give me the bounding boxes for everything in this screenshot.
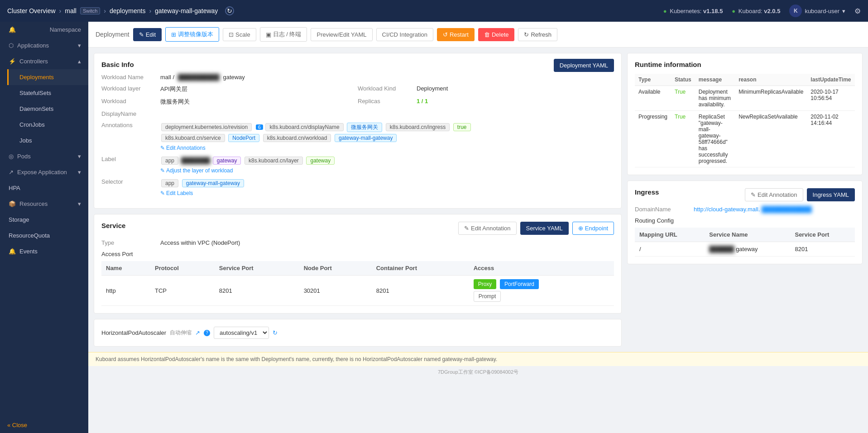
- row-name: http: [101, 276, 150, 306]
- edit-icon: ✎: [139, 31, 144, 38]
- sidebar-item-storage[interactable]: Storage: [0, 212, 88, 228]
- kubernetes-label: Kubernetes:: [670, 8, 701, 14]
- service-yaml-button[interactable]: Service YAML: [520, 222, 569, 235]
- breadcrumb-gateway[interactable]: gateway-mall-gateway: [155, 7, 218, 14]
- logs-button[interactable]: ▣ 日志 / 终端: [260, 27, 307, 42]
- hpa-version-select[interactable]: autoscaling/v1: [214, 327, 269, 339]
- adjust-layer-link[interactable]: ✎ Adjust the layer of workload: [160, 167, 233, 174]
- controllers-icon: ⚡: [9, 58, 16, 65]
- sidebar-close-button[interactable]: « Close: [0, 417, 88, 433]
- col-service-port: Service Port: [215, 261, 299, 276]
- user-area[interactable]: K kuboard-user ▾: [789, 5, 845, 17]
- restart-button[interactable]: ↺ Restart: [437, 28, 475, 41]
- applications-label: Applications: [17, 42, 49, 49]
- sidebar-item-hpa[interactable]: HPA: [0, 180, 88, 196]
- sidebar-item-applications[interactable]: ⬡ Applications ▾: [0, 38, 88, 53]
- namespace-icon: 🔔: [9, 26, 16, 33]
- ingress-yaml-button[interactable]: Ingress YAML: [807, 188, 855, 201]
- label-layer-val: gateway: [306, 157, 335, 165]
- ingress-edit-icon: ✎: [751, 191, 756, 198]
- sidebar-item-pods[interactable]: ◎ Pods ▾: [0, 148, 88, 164]
- hpa-refresh-icon[interactable]: ↻: [273, 329, 278, 336]
- annotations-row: Annotations deployment.kubernetes.io/rev…: [101, 122, 614, 151]
- rt-col-reason: reason: [735, 74, 807, 86]
- scale-button[interactable]: ⊡ Scale: [223, 28, 256, 41]
- service-edit-annotation-button[interactable]: ✎ Edit Annotation: [458, 222, 516, 235]
- annotation-tag-workload-key: k8s.kuboard.cn/workload: [263, 134, 331, 142]
- row-container-port: 8201: [372, 276, 469, 306]
- kuboard-status-dot: ●: [732, 8, 735, 14]
- footer-note: Kuboard assumes HorizontalPodAutoscaler'…: [88, 352, 868, 366]
- delete-button[interactable]: 🗑 Delete: [478, 28, 515, 41]
- controllers-chevron-icon: ▴: [78, 58, 81, 65]
- jobs-label: Jobs: [19, 137, 32, 144]
- adjust-icon: ✎: [160, 167, 165, 174]
- kubernetes-version: v1.18.5: [703, 8, 723, 14]
- sidebar-item-cronjobs[interactable]: CronJobs: [7, 117, 88, 133]
- ingress-title: Ingress: [635, 188, 659, 196]
- rt-row2-time: 2020-11-02 14:16:44: [807, 111, 855, 167]
- refresh-icon: ↻: [524, 31, 529, 38]
- rt-col-time: lastUpdateTime: [807, 74, 855, 86]
- basic-info-title: Basic Info: [101, 61, 614, 68]
- endpoint-button[interactable]: ⊕ Endpoint: [572, 222, 614, 235]
- runtime-info-card: Runtime information Type Status message …: [627, 53, 863, 175]
- sidebar-item-expose-application[interactable]: ↗ Expose Application ▾: [0, 164, 88, 180]
- hpa-help-icon[interactable]: ?: [204, 330, 210, 336]
- applications-icon: ⬡: [9, 42, 14, 49]
- settings-gear-icon[interactable]: ⚙: [854, 7, 861, 15]
- sidebar-item-resources[interactable]: 📦 Resources ▾: [0, 196, 88, 212]
- runtime-info-title: Runtime information: [635, 61, 855, 68]
- left-column: Deployment YAML Basic Info Workload Name…: [94, 53, 622, 347]
- sidebar-item-statefulsets[interactable]: StatefulSets: [7, 85, 88, 101]
- display-name-row: DisplayName: [101, 110, 614, 117]
- sidebar-item-daemonsets[interactable]: DaemonSets: [7, 101, 88, 117]
- rt-col-message: message: [695, 74, 735, 86]
- sidebar-item-deployments[interactable]: Deployments: [7, 69, 88, 85]
- proxy-button[interactable]: Proxy: [474, 279, 497, 289]
- edit-button[interactable]: ✎ Edit: [133, 28, 162, 41]
- breadcrumb-deployments[interactable]: deployments: [110, 7, 145, 14]
- pods-label: Pods: [17, 153, 31, 160]
- preview-yaml-button[interactable]: Preview/Edit YAML: [311, 28, 372, 41]
- hpa-external-link-icon[interactable]: ↗: [195, 329, 200, 336]
- storage-label: Storage: [9, 216, 29, 223]
- col-service-name: Service Name: [705, 228, 790, 242]
- service-title: Service: [101, 222, 125, 229]
- cronjobs-label: CronJobs: [19, 121, 45, 128]
- breadcrumb-namespace[interactable]: mall: [65, 7, 77, 14]
- workload-name-row: Workload Name mall / ██████████ gateway: [101, 74, 614, 81]
- rt-row2-type: Progressing: [635, 111, 671, 167]
- portforward-button[interactable]: PortForward: [500, 279, 539, 289]
- edit-annotations-link[interactable]: ✎ Edit Annotations: [160, 145, 206, 151]
- ingress-edit-annotation-button[interactable]: ✎ Edit Annotation: [745, 188, 803, 201]
- sidebar-item-jobs[interactable]: Jobs: [7, 133, 88, 148]
- service-type-row: Type Access within VPC (NodePort): [101, 239, 614, 246]
- breadcrumb-cluster[interactable]: Cluster Overview: [7, 7, 56, 14]
- image-button[interactable]: ⊞ 调整镜像版本: [165, 27, 219, 42]
- cicd-button[interactable]: CI/CD Integration: [376, 28, 433, 41]
- main-content: Deployment ✎ Edit ⊞ 调整镜像版本 ⊡ Scale ▣ 日志 …: [88, 22, 868, 433]
- rt-col-type: Type: [635, 74, 671, 86]
- table-row: Progressing True ReplicaSet "gateway-mal…: [635, 111, 855, 167]
- selector-row: Selector app gateway-mall-gateway ✎ Edit…: [101, 178, 614, 196]
- prompt-button[interactable]: Prompt: [474, 291, 501, 302]
- sidebar-item-resource-quota[interactable]: ResourceQuota: [0, 228, 88, 243]
- service-header: Service ✎ Edit Annotation Service YAML ⊕…: [101, 222, 614, 235]
- sidebar-item-namespace[interactable]: 🔔 Namespace: [0, 22, 88, 38]
- col-node-port: Node Port: [299, 261, 372, 276]
- col-access: Access: [469, 261, 614, 276]
- sidebar-item-controllers[interactable]: ⚡ Controllers ▴: [0, 53, 88, 69]
- deployment-yaml-button[interactable]: Deployment YAML: [554, 59, 614, 72]
- edit-labels-link[interactable]: ✎ Edit Labels: [160, 190, 193, 196]
- hpa-section-label: HorizontalPodAutoscaler: [101, 329, 166, 336]
- sidebar-item-events[interactable]: 🔔 Events: [0, 243, 88, 259]
- row-mapping-url: /: [635, 242, 705, 257]
- rt-row2-message: ReplicaSet "gateway-mall-gateway-58ff746…: [695, 111, 735, 167]
- resources-label: Resources: [19, 200, 48, 207]
- switch-button[interactable]: Switch: [80, 7, 100, 14]
- user-chevron-icon: ▾: [842, 8, 845, 14]
- spinning-refresh-icon[interactable]: ↻: [225, 6, 234, 15]
- annotation-tag-service-key: k8s.kuboard.cn/service: [161, 134, 225, 142]
- refresh-button[interactable]: ↻ Refresh: [518, 28, 557, 41]
